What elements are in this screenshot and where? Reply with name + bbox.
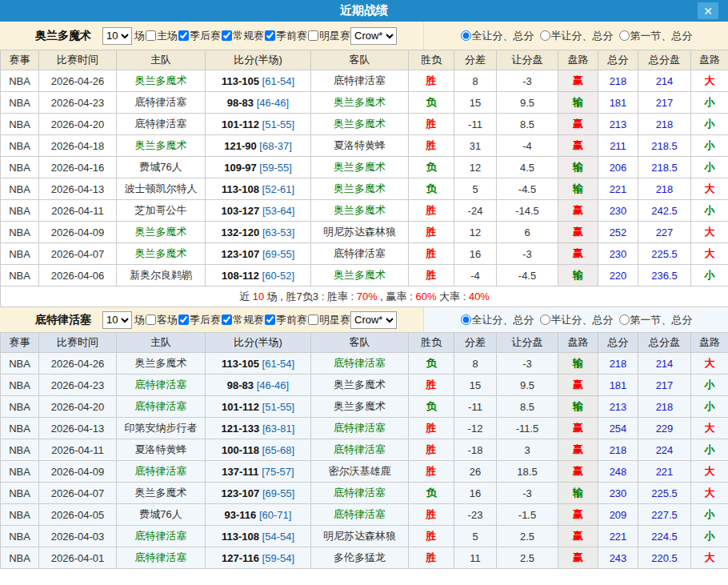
filter-checkbox[interactable]: 常规赛 (221, 29, 264, 43)
league-cell: NBA (1, 265, 39, 286)
filter-checkbox-input[interactable] (146, 30, 156, 41)
total-points-cell: 243 (598, 547, 638, 569)
filter-checkbox[interactable]: 季后赛 (178, 313, 221, 327)
point-diff-cell: -11 (454, 114, 497, 135)
away-team-cell: 夏洛特黄蜂 (311, 135, 409, 157)
win-loss-cell: 负 (409, 353, 454, 375)
odds-mode-radio[interactable]: 半让分、总分 (539, 313, 614, 327)
over-under-cell: 大 (691, 418, 728, 439)
handicap-result-cell: 输 (558, 483, 598, 504)
filter-checkbox[interactable]: 明星赛 (307, 313, 350, 327)
filter-checkbox-group: 客场季后赛常规赛季前赛明星赛 (145, 313, 350, 327)
filter-checkbox-input[interactable] (222, 30, 232, 41)
date-cell: 2026-04-09 (39, 461, 117, 483)
source-select[interactable]: Crow* (350, 311, 397, 329)
score-cell: 113-108 [52-61] (206, 178, 311, 200)
total-line-cell: 214 (638, 353, 691, 375)
filter-checkbox[interactable]: 季前赛 (264, 313, 307, 327)
filter-checkbox-input[interactable] (178, 30, 189, 41)
win-loss-cell: 胜 (409, 265, 454, 286)
odds-mode-radio[interactable]: 半让分、总分 (539, 29, 614, 43)
over-under-cell: 小 (691, 439, 728, 461)
filter-checkbox-input[interactable] (265, 30, 275, 41)
total-line-cell: 225.5 (638, 243, 691, 265)
score-cell: 121-90 [68-37] (206, 135, 311, 157)
close-icon[interactable]: ✕ (698, 2, 718, 19)
away-team-cell: 底特律活塞 (311, 243, 409, 265)
home-team-cell: 底特律活塞 (117, 114, 206, 135)
handicap-line-cell: -4.5 (497, 178, 558, 200)
total-line-cell: 224 (638, 439, 691, 461)
odds-mode-radio-input[interactable] (619, 30, 630, 41)
game-count-select[interactable]: 10 (102, 311, 132, 329)
column-header: 总分盘 (638, 333, 691, 353)
total-points-cell: 221 (598, 178, 638, 200)
odds-mode-radio-input[interactable] (540, 30, 550, 41)
home-team-cell: 新奥尔良鹈鹕 (117, 265, 206, 286)
filter-checkbox[interactable]: 明星赛 (307, 29, 350, 43)
home-team-cell: 费城76人 (117, 157, 206, 178)
odds-mode-radio[interactable]: 全让分、总分 (460, 29, 534, 43)
filter-checkbox-label: 季后赛 (190, 29, 221, 43)
total-points-cell: 206 (598, 157, 638, 178)
away-team-cell: 奥兰多魔术 (311, 114, 409, 135)
league-cell: NBA (1, 243, 39, 265)
point-diff-cell: 16 (454, 483, 497, 504)
league-cell: NBA (1, 396, 39, 418)
game-count-select[interactable]: 10 (102, 27, 132, 45)
odds-mode-radio[interactable]: 第一节、总分 (618, 29, 693, 43)
source-select[interactable]: Crow* (350, 27, 397, 45)
filter-checkbox-input[interactable] (265, 315, 275, 325)
league-cell: NBA (1, 92, 39, 114)
date-cell: 2026-04-26 (39, 353, 117, 375)
date-cell: 2026-04-13 (39, 178, 117, 200)
total-line-cell: 224.5 (638, 526, 691, 547)
game-row: NBA2026-04-07奥兰多魔术123-107 [69-55]底特律活塞负1… (1, 483, 728, 504)
date-cell: 2026-04-01 (39, 547, 117, 569)
filter-checkbox-label: 明星赛 (319, 29, 350, 43)
game-row: NBA2026-04-06新奥尔良鹈鹕108-112 [60-52]奥兰多魔术胜… (1, 265, 728, 286)
filter-checkbox[interactable]: 常规赛 (221, 313, 264, 327)
team-section-magic: 奥兰多魔术 10 场 主场季后赛常规赛季前赛明星赛 Crow* 全让分、总分半让… (0, 22, 728, 307)
odds-mode-radio-input[interactable] (619, 315, 630, 325)
filter-checkbox[interactable]: 季后赛 (178, 29, 221, 43)
handicap-result-cell: 输 (558, 157, 598, 178)
odds-mode-radio-input[interactable] (461, 30, 471, 41)
filter-checkbox[interactable]: 主场 (145, 29, 178, 43)
filter-checkbox[interactable]: 客场 (145, 313, 178, 327)
score-cell: 132-120 [63-53] (206, 222, 311, 243)
odds-mode-radio-input[interactable] (540, 315, 550, 325)
filter-checkbox[interactable]: 季前赛 (264, 29, 307, 43)
score-cell: 108-112 [60-52] (206, 265, 311, 286)
home-team-cell: 底特律活塞 (117, 396, 206, 418)
panel-title: 近期战绩 (340, 3, 388, 18)
win-loss-cell: 胜 (409, 200, 454, 222)
filter-checkbox-input[interactable] (146, 315, 156, 325)
odds-mode-radio[interactable]: 全让分、总分 (460, 313, 534, 327)
filter-checkbox-input[interactable] (308, 315, 318, 325)
filter-checkbox-input[interactable] (178, 315, 189, 325)
column-header: 客队 (311, 50, 409, 70)
odds-mode-radio-input[interactable] (461, 315, 471, 325)
handicap-line-cell: 18.5 (497, 461, 558, 483)
score-cell: 93-116 [60-71] (206, 504, 311, 526)
point-diff-cell: 12 (454, 222, 497, 243)
filter-checkbox-input[interactable] (222, 315, 232, 325)
total-line-cell: 220.5 (638, 547, 691, 569)
score-cell: 123-107 [69-55] (206, 243, 311, 265)
game-count-suffix: 场 (134, 313, 145, 327)
odds-mode-radio[interactable]: 第一节、总分 (618, 313, 693, 327)
odds-mode-radio-group: 全让分、总分半让分、总分第一节、总分 (424, 307, 728, 332)
filter-checkbox-input[interactable] (308, 30, 318, 41)
date-cell: 2026-04-11 (39, 439, 117, 461)
point-diff-cell: 31 (454, 135, 497, 157)
over-under-cell: 小 (691, 135, 728, 157)
point-diff-cell: -24 (454, 200, 497, 222)
date-cell: 2026-04-13 (39, 418, 117, 439)
handicap-line-cell: 2.5 (497, 526, 558, 547)
column-header: 盘路 (558, 50, 598, 70)
filter-bar-left: 底特律活塞 10 场 客场季后赛常规赛季前赛明星赛 Crow* (0, 307, 424, 332)
away-team-cell: 奥兰多魔术 (311, 157, 409, 178)
date-cell: 2026-04-23 (39, 92, 117, 114)
league-cell: NBA (1, 375, 39, 396)
